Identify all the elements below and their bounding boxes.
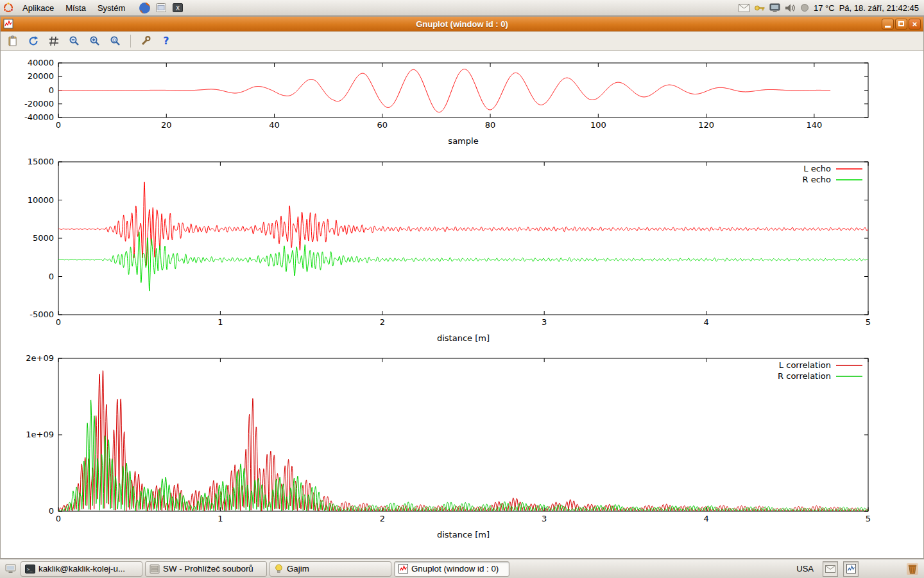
weather-temp: 17 °C (814, 3, 835, 13)
remote-screen-icon[interactable] (769, 3, 780, 13)
close-button[interactable]: × (909, 19, 921, 30)
top-panel: Aplikace Místa Systém X (0, 0, 924, 16)
task-label: kaklik@kaklik-kolej-u... (38, 564, 125, 574)
ubuntu-menu-icon[interactable] (1, 1, 15, 15)
task-label: Gajim (287, 564, 309, 574)
firefox-launcher-icon[interactable] (137, 1, 151, 15)
task-file-manager[interactable]: SW - Prohlížeč souborů (145, 561, 267, 577)
y-tick-label: 0 (49, 272, 54, 281)
window-titlebar[interactable]: Gnuplot (window id : 0) × (1, 17, 923, 31)
window-title: Gnuplot (window id : 0) (1, 19, 923, 29)
grid-button[interactable] (46, 33, 62, 49)
mail-tray-icon (825, 565, 835, 573)
zoom-previous-icon (69, 35, 80, 47)
y-tick-label: 0 (49, 506, 54, 516)
x-axis-label: distance [m] (437, 530, 490, 539)
x-tick-label: 2 (380, 317, 385, 327)
menu-system[interactable]: Systém (92, 0, 131, 16)
x-tick-label: 0 (56, 514, 61, 523)
x-tick-label: 5 (866, 514, 871, 523)
trash-button[interactable] (906, 563, 919, 575)
maximize-button[interactable] (895, 19, 907, 30)
y-tick-label: -5000 (30, 310, 54, 319)
chart-sample-waveform[interactable]: 020406080100120140-40000-200000200004000… (1, 57, 923, 151)
gnuplot-icon (398, 564, 408, 574)
close-icon: × (912, 20, 918, 28)
taskbar: >_ kaklik@kaklik-kolej-u... SW - Prohlíž… (0, 559, 924, 578)
zoom-next-button[interactable] (87, 33, 103, 49)
series-line0 (58, 69, 830, 112)
help-button[interactable]: ? (158, 33, 175, 49)
x-tick-label: 20 (161, 120, 172, 130)
configure-button[interactable] (137, 33, 154, 49)
weather-icon[interactable] (800, 3, 809, 12)
mail-tray-button[interactable] (823, 561, 838, 577)
x-tick-label: 0 (56, 317, 61, 327)
y-tick-label: 40000 (28, 58, 54, 67)
task-label: Gnuplot (window id : 0) (411, 564, 499, 574)
x-tick-label: 0 (56, 120, 61, 130)
menu-applications[interactable]: Aplikace (17, 0, 60, 16)
volume-icon[interactable] (785, 3, 796, 13)
x-tick-label: 2 (380, 514, 385, 523)
x-tick-label: 1 (218, 317, 223, 327)
task-gajim[interactable]: Gajim (270, 561, 391, 577)
keyboard-layout-indicator[interactable]: USA (792, 564, 817, 574)
toolbar-separator (130, 35, 131, 48)
plot-frame (58, 358, 868, 511)
minimize-icon (885, 26, 891, 28)
minimize-button[interactable] (882, 19, 894, 30)
y-tick-label: 20000 (28, 71, 54, 81)
menu-places[interactable]: Místa (60, 0, 92, 16)
plot-frame (58, 162, 868, 315)
chart-tray-button[interactable] (843, 561, 859, 577)
autoscale-icon: Q (110, 35, 121, 47)
grid-icon (48, 35, 60, 47)
window-toolbar: Q ? (1, 31, 923, 51)
app-launcher-icon[interactable] (154, 1, 168, 15)
x-tick-label: 40 (269, 120, 280, 130)
clock[interactable]: Pá, 18. září, 21:42:45 (839, 3, 919, 13)
y-tick-label: 10000 (28, 195, 54, 205)
x-tick-label: 100 (590, 120, 606, 130)
y-tick-label: 5000 (33, 233, 54, 243)
zoom-previous-button[interactable] (66, 33, 83, 49)
help-icon: ? (163, 35, 169, 47)
autoscale-button[interactable]: Q (107, 33, 124, 49)
desktop: Aplikace Místa Systém X (0, 0, 924, 578)
mail-icon[interactable] (739, 4, 749, 12)
task-gnuplot[interactable]: Gnuplot (window id : 0) (394, 561, 509, 577)
svg-text:X: X (176, 5, 180, 12)
x-tick-label: 120 (698, 120, 714, 130)
replot-icon (28, 35, 39, 47)
xterm-launcher-icon[interactable]: X (171, 1, 185, 15)
series-L-echo (58, 182, 868, 265)
y-tick-label: 1e+09 (26, 430, 54, 439)
copy-button[interactable] (4, 33, 21, 49)
plot-canvas: 020406080100120140-40000-200000200004000… (1, 51, 923, 558)
legend-label: R echo (802, 175, 831, 184)
key-icon[interactable] (754, 3, 765, 13)
x-tick-label: 5 (866, 317, 871, 327)
x-tick-label: 80 (485, 120, 496, 130)
chart-correlation[interactable]: 01234501e+092e+09distance [m]L correlati… (1, 353, 923, 545)
y-tick-label: 0 (49, 85, 54, 95)
show-desktop-button[interactable] (3, 561, 18, 577)
gnuplot-window: Gnuplot (window id : 0) × (0, 16, 924, 559)
series-R-echo (58, 232, 868, 291)
chart-echo[interactable]: 012345-5000050001000015000distance [m]L … (1, 156, 923, 349)
replot-button[interactable] (25, 33, 42, 49)
taskbar-tray: USA (792, 561, 921, 577)
svg-text:Q: Q (112, 37, 116, 42)
y-tick-label: 2e+09 (26, 353, 54, 363)
task-label: SW - Prohlížeč souborů (163, 564, 253, 574)
configure-icon (140, 35, 151, 47)
y-tick-label: 15000 (28, 157, 54, 166)
panel-tray: 17 °C Pá, 18. září, 21:42:45 (739, 3, 924, 13)
show-desktop-icon (5, 564, 16, 574)
file-manager-icon (150, 565, 160, 574)
x-axis-label: distance [m] (437, 333, 490, 343)
task-terminal[interactable]: >_ kaklik@kaklik-kolej-u... (21, 561, 142, 577)
x-tick-label: 60 (377, 120, 388, 130)
legend-label: L correlation (779, 360, 831, 370)
